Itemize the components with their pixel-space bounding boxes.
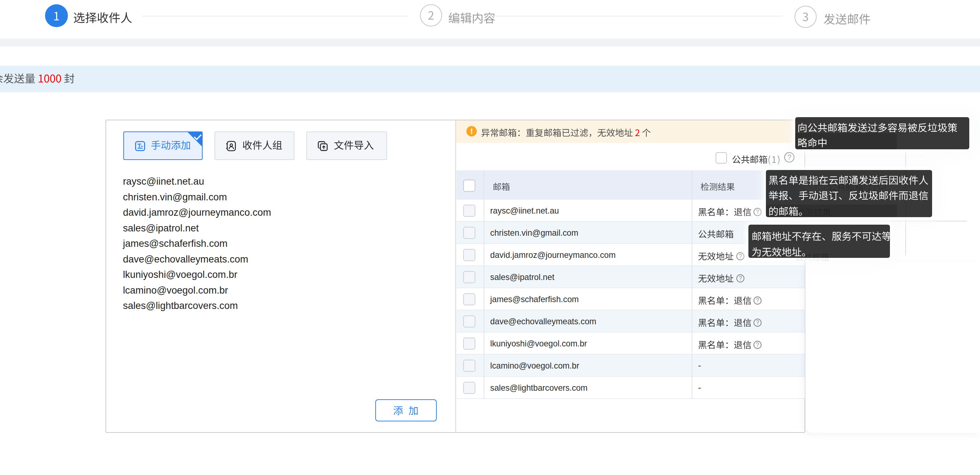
svg-text:?: ? (756, 209, 759, 215)
svg-text:?: ? (739, 275, 742, 281)
svg-text:?: ? (756, 342, 759, 348)
svg-text:?: ? (756, 297, 759, 303)
svg-text:?: ? (739, 253, 742, 259)
svg-text:?: ? (788, 153, 791, 161)
svg-text:?: ? (756, 319, 759, 326)
